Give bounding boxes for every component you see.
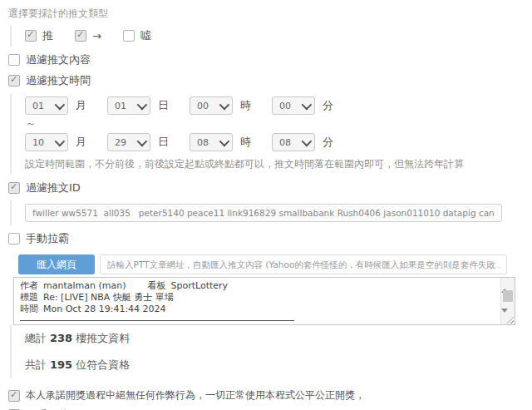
time-start-row: 01 月 01 日 00 時 00 分 <box>25 96 532 115</box>
push-type-options: 推 → 噓 <box>25 28 532 43</box>
boo-checkbox[interactable] <box>123 30 135 42</box>
hour-unit-label: 時 <box>240 98 251 113</box>
article-textarea[interactable]: 作者mantalman (man) 看板SportLottery 標題Re: [… <box>13 277 515 325</box>
article-title-line: 標題Re: [LIVE] NBA 快艇 勇士 單場 <box>20 292 496 304</box>
push-checkbox[interactable] <box>25 30 37 42</box>
manual-slot-label: 手動拉霸 <box>26 231 69 246</box>
chevron-down-icon <box>219 99 230 110</box>
arrow-checkbox-label: → <box>92 30 101 42</box>
time-value: Mon Oct 28 19:41:44 2024 <box>43 304 166 314</box>
time-label: 時間 <box>20 304 38 314</box>
total-pushes-stat: 總計238樓推文資料 <box>10 325 532 352</box>
filter-time-label: 過濾推文時間 <box>26 73 91 88</box>
title-label: 標題 <box>20 292 38 303</box>
board-value: SportLottery <box>171 280 229 291</box>
day-unit-label: 日 <box>158 98 169 113</box>
manual-slot-checkbox[interactable] <box>8 233 20 245</box>
filter-content-row: 過濾推文內容 <box>8 52 532 67</box>
hour-unit-label: 時 <box>240 135 251 150</box>
filter-time-checkbox[interactable] <box>8 75 20 86</box>
filter-id-row: 過濾推文ID <box>8 180 532 195</box>
minute-unit-label: 分 <box>323 98 333 113</box>
push-type-group: 推 → 噓 <box>10 25 532 47</box>
push-type-item: → <box>75 30 101 42</box>
total-pushes-count: 238 <box>50 332 72 344</box>
manual-slot-row: 手動拉霸 <box>8 231 532 246</box>
start-month-select[interactable]: 01 <box>25 96 68 115</box>
board-label: 看板 <box>148 280 166 291</box>
filter-content-label: 過濾推文內容 <box>26 52 91 67</box>
start-minute-select[interactable]: 00 <box>272 96 315 115</box>
filter-time-row: 過濾推文時間 <box>8 73 532 88</box>
time-range-group: 01 月 01 日 00 時 00 分 ~ <box>10 93 532 175</box>
push-checkbox-label: 推 <box>42 28 53 43</box>
filter-id-checkbox[interactable] <box>8 182 20 194</box>
filter-id-label: 過濾推文ID <box>26 180 81 195</box>
boo-checkbox-label: 噓 <box>140 28 151 43</box>
end-month-select[interactable]: 10 <box>25 133 68 151</box>
month-unit-label: 月 <box>76 98 86 113</box>
time-range-note: 設定時間範圍，不分前後，前後設定起點或終點都可以，推文時間落在範圍內即可，但無法… <box>25 157 532 171</box>
chevron-down-icon <box>55 99 66 110</box>
id-filter-group <box>10 200 532 225</box>
author-label: 作者 <box>20 280 38 291</box>
article-header-line: 作者mantalman (man) 看板SportLottery <box>20 280 496 292</box>
start-day-select[interactable]: 01 <box>107 96 150 115</box>
month-unit-label: 月 <box>76 135 86 150</box>
article-divider <box>20 320 294 321</box>
qualified-users-count: 195 <box>50 358 72 371</box>
time-end-row: 10 月 29 日 08 時 08 分 <box>25 133 532 151</box>
import-row: 匯入網頁 <box>18 254 532 274</box>
scroll-up-icon[interactable] <box>501 278 515 289</box>
ptt-url-input[interactable] <box>100 254 507 274</box>
pledge-label: 本人承諾開獎過程中絕無任何作弊行為，一切正常使用本程式公平公正開獎， <box>26 388 365 403</box>
chevron-down-icon <box>302 99 313 110</box>
author-value: mantalman (man) <box>43 280 126 291</box>
id-filter-input[interactable] <box>25 204 502 222</box>
push-type-item: 噓 <box>123 28 151 43</box>
time-range-separator: ~ <box>27 118 532 130</box>
chevron-down-icon <box>137 136 148 146</box>
pledge-checkbox[interactable] <box>8 390 20 402</box>
day-unit-label: 日 <box>158 135 169 150</box>
scrollbar-thumb[interactable] <box>503 290 513 302</box>
push-type-item: 推 <box>25 28 53 43</box>
chevron-down-icon <box>137 99 148 110</box>
chevron-down-icon <box>302 136 313 146</box>
import-webpage-button[interactable]: 匯入網頁 <box>18 254 95 274</box>
article-time-line: 時間Mon Oct 28 19:41:44 2024 <box>20 304 496 315</box>
end-hour-select[interactable]: 08 <box>190 133 233 151</box>
chevron-down-icon <box>55 136 66 146</box>
qualified-users-stat: 共計195位符合資格 <box>10 352 532 378</box>
end-minute-select[interactable]: 08 <box>272 133 315 151</box>
minute-unit-label: 分 <box>323 135 333 150</box>
pledge-row: 本人承諾開獎過程中絕無任何作弊行為，一切正常使用本程式公平公正開獎， <box>8 388 532 403</box>
push-type-section-label: 選擇要採計的推文類型 <box>8 7 532 21</box>
chevron-down-icon <box>219 136 230 146</box>
end-day-select[interactable]: 29 <box>107 133 150 151</box>
start-hour-select[interactable]: 00 <box>190 96 233 115</box>
arrow-checkbox[interactable] <box>75 30 86 42</box>
title-value: Re: [LIVE] NBA 快艇 勇士 單場 <box>43 292 174 303</box>
filter-content-checkbox[interactable] <box>8 54 20 66</box>
